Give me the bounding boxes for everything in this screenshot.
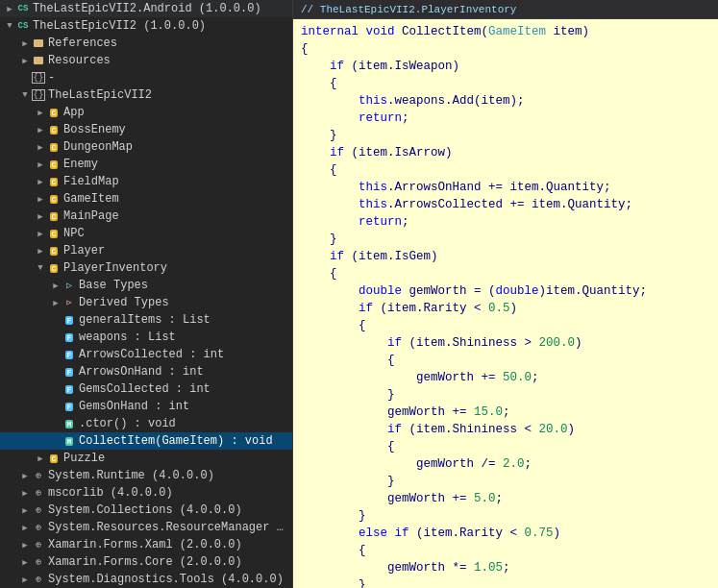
toggle-main[interactable]: ▼ xyxy=(4,20,15,32)
icon-class: C xyxy=(46,260,62,276)
tree-item-collectitem[interactable]: MCollectItem(GameItem) : void xyxy=(0,432,292,450)
toggle-android[interactable]: ▶ xyxy=(4,3,15,14)
tree-item-basetypes[interactable]: ▶▷Base Types xyxy=(0,277,292,294)
toggle-mainpage[interactable]: ▶ xyxy=(35,210,46,222)
tree-item-mscorlib[interactable]: ▶⊕mscorlib (4.0.0.0) xyxy=(0,484,292,502)
toggle-player[interactable]: ▶ xyxy=(35,245,46,257)
label-tlelastepicvii2: TheLastEpicVII2 xyxy=(48,88,152,102)
code-line: gemWorth /= 2.0; xyxy=(293,455,718,473)
tree-item-generalitems[interactable]: FgeneralItems : List xyxy=(0,311,292,329)
solution-explorer[interactable]: ▶CSTheLastEpicVII2.Android (1.0.0.0)▼CST… xyxy=(0,0,293,588)
code-line: gemWorth += 5.0; xyxy=(293,490,718,507)
toggle-playerinventory[interactable]: ▼ xyxy=(35,262,46,274)
code-line: { xyxy=(293,542,718,559)
label-weapons: weapons : List xyxy=(79,331,176,344)
label-mscorlib: mscorlib (4.0.0.0) xyxy=(48,486,173,500)
label-xamarincore: Xamarin.Forms.Core (2.0.0.0) xyxy=(48,555,242,569)
code-line: if (item.IsArrow) xyxy=(293,144,718,161)
icon-derived: ⊳ xyxy=(62,295,77,310)
tree-item-syscollections[interactable]: ▶⊕System.Collections (4.0.0.0) xyxy=(0,502,292,519)
code-line: if (item.IsWeapon) xyxy=(293,58,718,75)
tree-item-fieldmap[interactable]: ▶CFieldMap xyxy=(0,173,292,190)
tree-item-references[interactable]: ▶References xyxy=(0,35,292,52)
tree-item-sysdiagtools[interactable]: ▶⊕System.Diagnostics.Tools (4.0.0.0) xyxy=(0,571,292,588)
tree-item-gemscollected[interactable]: FGemsCollected : int xyxy=(0,380,292,398)
tree-item-arrowscollected[interactable]: FArrowsCollected : int xyxy=(0,346,292,363)
icon-folder xyxy=(31,53,46,68)
icon-folder xyxy=(31,36,46,51)
label-mainpage: MainPage xyxy=(63,209,119,223)
code-line: { xyxy=(293,265,718,282)
tree-item-mainpage[interactable]: ▶CMainPage xyxy=(0,208,292,225)
icon-ref: ⊕ xyxy=(31,502,46,518)
code-line: } xyxy=(293,127,718,144)
code-line: this.ArrowsOnHand += item.Quantity; xyxy=(293,179,718,196)
tree-item-player[interactable]: ▶CPlayer xyxy=(0,242,292,259)
tree-item-arrowsonhand[interactable]: FArrowsOnHand : int xyxy=(0,363,292,380)
toggle-app[interactable]: ▶ xyxy=(35,107,46,118)
label-references: References xyxy=(48,37,117,50)
toggle-puzzle[interactable]: ▶ xyxy=(35,453,46,464)
code-line: internal void CollectItem(GameItem item) xyxy=(293,23,718,40)
toggle-derivedtypes[interactable]: ▶ xyxy=(50,297,62,308)
code-line: } xyxy=(293,386,718,404)
label-arrowsonhand: ArrowsOnHand : int xyxy=(79,365,204,379)
tree-item-app[interactable]: ▶CApp xyxy=(0,104,292,121)
tree-item-xamarinforms[interactable]: ▶⊕Xamarin.Forms.Xaml (2.0.0.0) xyxy=(0,536,292,553)
tree-item-puzzle[interactable]: ▶CPuzzle xyxy=(0,450,292,467)
tree-item-enemy[interactable]: ▶CEnemy xyxy=(0,156,292,173)
code-line: gemWorth += 50.0; xyxy=(293,369,718,386)
tree-item-derivedtypes[interactable]: ▶⊳Derived Types xyxy=(0,294,292,311)
icon-ref: ⊕ xyxy=(31,520,46,535)
toggle-bossenemy[interactable]: ▶ xyxy=(35,124,46,135)
toggle-fieldmap[interactable]: ▶ xyxy=(35,176,46,187)
label-gameitem: GameItem xyxy=(63,192,119,206)
tree-item-npc[interactable]: ▶CNPC xyxy=(0,225,292,242)
toggle-sysruntime[interactable]: ▶ xyxy=(19,470,31,481)
icon-field: F xyxy=(62,312,77,328)
tree-item-gemsonhand[interactable]: FGemsOnHand : int xyxy=(0,398,292,415)
toggle-gameitem[interactable]: ▶ xyxy=(35,193,46,205)
tree-item-android[interactable]: ▶CSTheLastEpicVII2.Android (1.0.0.0) xyxy=(0,0,292,17)
toggle-npc[interactable]: ▶ xyxy=(35,228,46,239)
icon-ref: ⊕ xyxy=(31,537,46,552)
tree-item-dash[interactable]: {}- xyxy=(0,69,292,86)
tree-item-xamarincore[interactable]: ▶⊕Xamarin.Forms.Core (2.0.0.0) xyxy=(0,553,292,571)
code-line: if (item.Shininess < 20.0) xyxy=(293,421,718,438)
label-gemsonhand: GemsOnHand : int xyxy=(79,400,189,413)
icon-ref: ⊕ xyxy=(31,468,46,483)
label-sysresources: System.Resources.ResourceManager (4.0.0.… xyxy=(48,521,288,534)
toggle-sysdiagtools[interactable]: ▶ xyxy=(19,574,31,585)
tree-item-main[interactable]: ▼CSTheLastEpicVII2 (1.0.0.0) xyxy=(0,17,292,35)
toggle-mscorlib[interactable]: ▶ xyxy=(19,487,31,499)
tree-item-sysruntime[interactable]: ▶⊕System.Runtime (4.0.0.0) xyxy=(0,467,292,484)
toggle-syscollections[interactable]: ▶ xyxy=(19,504,31,516)
toggle-xamarincore[interactable]: ▶ xyxy=(19,556,31,568)
tree-item-tlelastepicvii2[interactable]: ▼{}TheLastEpicVII2 xyxy=(0,86,292,104)
code-editor[interactable]: // TheLastEpicVII2.PlayerInventory inter… xyxy=(293,0,718,588)
label-npc: NPC xyxy=(63,227,85,240)
icon-class: C xyxy=(46,157,62,172)
toggle-tlelastepicvii2[interactable]: ▼ xyxy=(19,89,31,101)
toggle-references[interactable]: ▶ xyxy=(19,37,31,49)
code-line: else if (item.Rarity < 0.75) xyxy=(293,525,718,542)
toggle-dungeonmap[interactable]: ▶ xyxy=(35,141,46,153)
toggle-sysresources[interactable]: ▶ xyxy=(19,522,31,533)
tree-item-bossenemy[interactable]: ▶CBossEnemy xyxy=(0,121,292,138)
code-line: { xyxy=(293,317,718,334)
tree-item-resources[interactable]: ▶Resources xyxy=(0,52,292,69)
label-sysruntime: System.Runtime (4.0.0.0) xyxy=(48,469,214,482)
toggle-xamarinforms[interactable]: ▶ xyxy=(19,539,31,551)
toggle-basetypes[interactable]: ▶ xyxy=(50,280,62,291)
code-line: } xyxy=(293,473,718,490)
tree-item-dungeonmap[interactable]: ▶CDungeonMap xyxy=(0,138,292,156)
toggle-resources[interactable]: ▶ xyxy=(19,55,31,66)
tree-item-playerinventory[interactable]: ▼CPlayerInventory xyxy=(0,259,292,277)
toggle-enemy[interactable]: ▶ xyxy=(35,159,46,170)
tree-item-gameitem[interactable]: ▶CGameItem xyxy=(0,190,292,208)
icon-class: C xyxy=(46,208,62,224)
tree-item-sysresources[interactable]: ▶⊕System.Resources.ResourceManager (4.0.… xyxy=(0,519,292,536)
icon-class: C xyxy=(46,174,62,189)
tree-item-weapons[interactable]: Fweapons : List xyxy=(0,329,292,346)
tree-item-ctor[interactable]: M.ctor() : void xyxy=(0,415,292,432)
